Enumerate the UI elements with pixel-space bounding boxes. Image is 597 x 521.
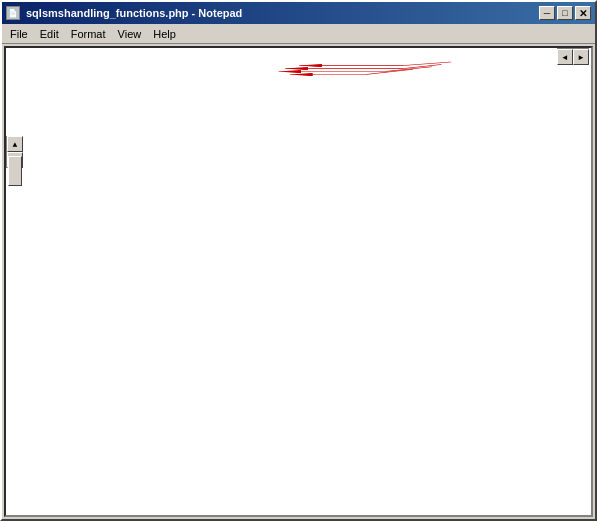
svg-line-2 bbox=[404, 62, 451, 66]
menu-view[interactable]: View bbox=[112, 26, 148, 42]
app-icon: 📄 bbox=[6, 6, 20, 20]
horizontal-scrollbar: ◄ ► bbox=[557, 48, 589, 64]
title-bar-text: 📄 sqlsmshandling_functions.php - Notepad bbox=[6, 6, 242, 20]
menu-edit[interactable]: Edit bbox=[34, 26, 65, 42]
menu-help[interactable]: Help bbox=[147, 26, 182, 42]
menu-bar: File Edit Format View Help bbox=[2, 24, 595, 44]
arrows-overlay bbox=[6, 48, 555, 136]
vertical-scrollbar: ▲ ▼ bbox=[6, 136, 22, 168]
svg-line-4 bbox=[404, 64, 442, 68]
scroll-thumb-v[interactable] bbox=[8, 156, 22, 186]
scroll-up-button[interactable]: ▲ bbox=[7, 136, 23, 152]
menu-file[interactable]: File bbox=[4, 26, 34, 42]
notepad-window: 📄 sqlsmshandling_functions.php - Notepad… bbox=[0, 0, 597, 521]
content-area: ▲ ▼ ◄ ► bbox=[4, 46, 593, 517]
maximize-button[interactable]: □ bbox=[557, 6, 573, 20]
svg-line-6 bbox=[385, 67, 432, 72]
scroll-left-button[interactable]: ◄ bbox=[557, 49, 573, 65]
svg-line-8 bbox=[366, 69, 413, 74]
window-title: sqlsmshandling_functions.php - Notepad bbox=[26, 7, 242, 19]
code-container: ▲ ▼ bbox=[6, 48, 555, 515]
title-bar-controls: ─ □ ✕ bbox=[539, 6, 591, 20]
code-editor[interactable] bbox=[6, 48, 555, 136]
close-button[interactable]: ✕ bbox=[575, 6, 591, 20]
menu-format[interactable]: Format bbox=[65, 26, 112, 42]
scroll-right-button[interactable]: ► bbox=[573, 49, 589, 65]
title-bar: 📄 sqlsmshandling_functions.php - Notepad… bbox=[2, 2, 595, 24]
minimize-button[interactable]: ─ bbox=[539, 6, 555, 20]
